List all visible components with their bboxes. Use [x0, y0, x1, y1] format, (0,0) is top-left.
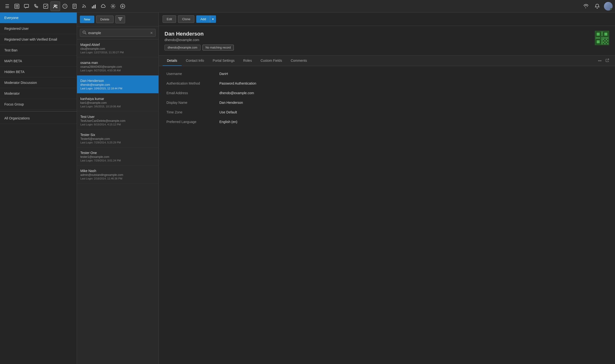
sidebar-item-registered-user-verified[interactable]: Registered User with Verified Email — [0, 34, 77, 45]
clear-search-icon[interactable]: ✕ — [150, 31, 153, 35]
svg-rect-40 — [596, 38, 597, 39]
svg-rect-3 — [16, 6, 17, 7]
document-icon[interactable] — [70, 1, 79, 11]
email-badge[interactable]: dhendo@example.com — [164, 45, 201, 51]
cloud-icon[interactable] — [99, 1, 108, 11]
user-list-item[interactable]: Dan Henderson dhendo@example.com Last Lo… — [77, 76, 159, 93]
user-item-name: kanhaiya kumar — [80, 97, 155, 101]
users-icon[interactable] — [51, 1, 60, 11]
svg-rect-56 — [606, 42, 607, 43]
check-icon[interactable] — [41, 1, 51, 11]
user-item-last-login: Last Login: 7/29/2014, 3:01:24 PM — [80, 159, 155, 162]
field-label: Time Zone — [166, 110, 219, 114]
sidebar-item-hidden-beta[interactable]: Hidden BETA — [0, 66, 77, 77]
svg-rect-41 — [597, 38, 598, 39]
external-link-icon[interactable] — [603, 55, 611, 66]
sidebar-item-focus-group[interactable]: Focus Group — [0, 99, 77, 110]
notification-icon[interactable] — [592, 1, 602, 11]
tab-custom-fields[interactable]: Custom Fields — [256, 56, 286, 66]
rss-icon[interactable] — [79, 1, 89, 11]
user-item-name: Test User — [80, 115, 155, 119]
edit-button[interactable]: Edit — [163, 15, 176, 23]
main-layout: Everyone Registered User Registered User… — [0, 13, 615, 364]
user-list-item[interactable]: kanhaiya kumar kan1@example.com Last Log… — [77, 93, 159, 112]
detail-field: Display Name Dan Henderson — [166, 101, 607, 104]
user-list-item[interactable]: Tester Six Tester6@example.com Last Logi… — [77, 130, 159, 147]
svg-point-18 — [112, 6, 114, 7]
tab-portal-settings[interactable]: Portal Settings — [208, 56, 239, 66]
chat-icon[interactable] — [22, 1, 31, 11]
detail-field: Authentication Method Password Authentic… — [166, 81, 607, 85]
detail-field: Username DanH — [166, 72, 607, 76]
detail-toolbar: Edit Clone Add ▾ — [159, 13, 615, 26]
add-circle-icon[interactable] — [118, 1, 127, 11]
sidebar-item-moderator-discussion[interactable]: Moderator Discussion — [0, 77, 77, 88]
delete-button[interactable]: Delete — [96, 16, 113, 23]
user-item-last-login: Last Login: 3/6/2015, 10:19:06 AM — [80, 105, 155, 108]
question-icon[interactable]: ? — [60, 1, 70, 11]
user-list-item[interactable]: osama man osama28840400@example.com Last… — [77, 57, 159, 76]
svg-rect-47 — [607, 38, 608, 39]
sidebar-item-mapi-beta[interactable]: MAPI BETA — [0, 56, 77, 66]
tab-comments[interactable]: Comments — [287, 56, 312, 66]
user-list-item[interactable]: Test User TestUserCanDelete@example.com … — [77, 112, 159, 130]
user-item-email: Tester6@example.com — [80, 137, 155, 141]
svg-rect-44 — [603, 38, 604, 39]
search-input[interactable] — [88, 31, 150, 35]
svg-rect-48 — [601, 39, 602, 40]
svg-line-26 — [85, 33, 86, 34]
sidebar-item-all-organizations[interactable]: All Organizations — [0, 113, 77, 124]
svg-rect-30 — [597, 33, 600, 36]
user-display-name: Dan Henderson — [164, 31, 234, 37]
svg-rect-15 — [92, 6, 93, 8]
svg-rect-45 — [604, 38, 605, 39]
user-list-item[interactable]: Tester One tester1@example.com Last Logi… — [77, 147, 159, 166]
user-item-email: osama28840400@example.com — [80, 65, 155, 68]
add-button[interactable]: Add — [196, 15, 210, 23]
chart-icon[interactable] — [89, 1, 99, 11]
svg-rect-33 — [604, 33, 607, 36]
settings-icon[interactable] — [108, 1, 118, 11]
user-item-name: Mike Nash — [80, 169, 155, 173]
avatar[interactable] — [604, 2, 613, 11]
user-list-item[interactable]: Mike Nash admin@outstandingexample.com L… — [77, 166, 159, 183]
tab-contact-info[interactable]: Contact Info — [182, 56, 208, 66]
field-label: Display Name — [166, 101, 219, 104]
field-value: English (en) — [219, 120, 237, 124]
user-list: Maged Alstef cbu@example.com Last Login:… — [77, 39, 159, 364]
user-item-last-login: Last Login: 7/29/2014, 5:25:29 PM — [80, 141, 155, 144]
svg-rect-38 — [601, 33, 602, 34]
tab-details[interactable]: Details — [163, 56, 182, 66]
field-label: Email Address — [166, 91, 219, 95]
new-button[interactable]: New — [80, 16, 94, 23]
user-item-last-login: Last Login: 10/6/2015, 12:18:44 PM — [80, 87, 155, 90]
detail-tabs: Details Contact Info Portal Settings Rol… — [159, 55, 615, 66]
sidebar-item-everyone[interactable]: Everyone — [0, 13, 77, 23]
user-item-last-login: Last Login: 9/27/2016, 4:50:38 AM — [80, 69, 155, 72]
sidebar-item-moderator[interactable]: Moderator — [0, 88, 77, 99]
tab-roles[interactable]: Roles — [239, 56, 256, 66]
detail-content: Username DanH Authentication Method Pass… — [159, 66, 615, 135]
svg-rect-39 — [601, 35, 602, 36]
user-item-email: TestUserCanDelete@example.com — [80, 119, 155, 123]
svg-rect-16 — [93, 5, 94, 8]
detail-panel: Edit Clone Add ▾ Dan Henderson dhendo@ex… — [159, 13, 615, 364]
detail-field: Time Zone Use Default — [166, 110, 607, 114]
more-tabs-icon[interactable]: ••• — [596, 56, 603, 65]
user-list-item[interactable]: Maged Alstef cbu@example.com Last Login:… — [77, 39, 159, 57]
phone-icon[interactable] — [31, 1, 41, 11]
sidebar-item-test-ban[interactable]: Test Ban — [0, 45, 77, 56]
detail-user-info: Dan Henderson dhendo@example.com dhendo@… — [164, 31, 234, 51]
user-item-name: osama man — [80, 61, 155, 65]
filter-button[interactable] — [115, 15, 125, 23]
field-label: Authentication Method — [166, 81, 219, 85]
clone-button[interactable]: Clone — [178, 15, 194, 23]
user-item-last-login: Last Login: 12/27/2016, 11:30:27 PM — [80, 51, 155, 54]
svg-rect-52 — [604, 40, 605, 41]
menu-icon[interactable]: ☰ — [2, 1, 12, 11]
sidebar-item-registered-user[interactable]: Registered User — [0, 23, 77, 34]
flash-icon[interactable] — [12, 1, 22, 11]
add-dropdown-arrow[interactable]: ▾ — [210, 15, 216, 23]
field-label: Preferred Language — [166, 120, 219, 124]
svg-point-8 — [56, 5, 57, 6]
